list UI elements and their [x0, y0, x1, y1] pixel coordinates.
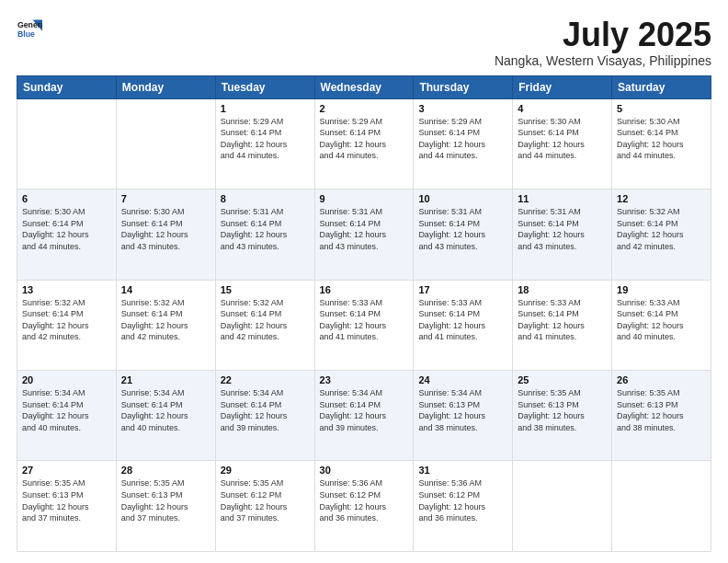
- day-number: 19: [617, 284, 706, 295]
- table-row: 17Sunrise: 5:33 AM Sunset: 6:14 PM Dayli…: [414, 280, 513, 370]
- day-info: Sunrise: 5:35 AM Sunset: 6:13 PM Dayligh…: [22, 477, 111, 523]
- day-number: 7: [121, 193, 210, 204]
- day-number: 23: [320, 374, 409, 385]
- title-block: July 2025 Nangka, Western Visayas, Phili…: [495, 17, 711, 68]
- col-friday: Friday: [513, 75, 612, 98]
- day-number: 29: [221, 465, 310, 476]
- day-number: 28: [121, 465, 210, 476]
- day-info: Sunrise: 5:29 AM Sunset: 6:14 PM Dayligh…: [320, 116, 409, 162]
- calendar-table: Sunday Monday Tuesday Wednesday Thursday…: [17, 75, 711, 552]
- table-row: 7Sunrise: 5:30 AM Sunset: 6:14 PM Daylig…: [116, 190, 215, 280]
- day-info: Sunrise: 5:32 AM Sunset: 6:14 PM Dayligh…: [221, 297, 310, 343]
- day-number: 31: [418, 465, 507, 476]
- logo: General Blue: [17, 17, 44, 42]
- table-row: 3Sunrise: 5:29 AM Sunset: 6:14 PM Daylig…: [414, 98, 513, 189]
- day-number: 10: [418, 193, 507, 204]
- day-number: 5: [617, 103, 706, 114]
- table-row: 21Sunrise: 5:34 AM Sunset: 6:14 PM Dayli…: [116, 371, 215, 461]
- page: General Blue July 2025 Nangka, Western V…: [0, 0, 728, 563]
- week-row-4: 20Sunrise: 5:34 AM Sunset: 6:14 PM Dayli…: [17, 371, 711, 461]
- table-row: 27Sunrise: 5:35 AM Sunset: 6:13 PM Dayli…: [17, 461, 117, 552]
- day-number: 24: [418, 374, 507, 385]
- table-row: 18Sunrise: 5:33 AM Sunset: 6:14 PM Dayli…: [513, 280, 612, 370]
- table-row: 20Sunrise: 5:34 AM Sunset: 6:14 PM Dayli…: [17, 371, 117, 461]
- day-number: 25: [518, 374, 607, 385]
- table-row: 5Sunrise: 5:30 AM Sunset: 6:14 PM Daylig…: [612, 98, 711, 189]
- day-info: Sunrise: 5:32 AM Sunset: 6:14 PM Dayligh…: [121, 297, 210, 343]
- table-row: 24Sunrise: 5:34 AM Sunset: 6:13 PM Dayli…: [414, 371, 513, 461]
- day-number: 18: [518, 284, 607, 295]
- day-info: Sunrise: 5:31 AM Sunset: 6:14 PM Dayligh…: [221, 206, 310, 252]
- table-row: 31Sunrise: 5:36 AM Sunset: 6:12 PM Dayli…: [414, 461, 513, 552]
- calendar-title: July 2025: [495, 17, 711, 53]
- day-info: Sunrise: 5:29 AM Sunset: 6:14 PM Dayligh…: [418, 116, 507, 162]
- col-thursday: Thursday: [414, 75, 513, 98]
- day-info: Sunrise: 5:30 AM Sunset: 6:14 PM Dayligh…: [22, 206, 111, 252]
- day-number: 6: [22, 193, 111, 204]
- day-number: 11: [518, 193, 607, 204]
- col-wednesday: Wednesday: [314, 75, 414, 98]
- week-row-2: 6Sunrise: 5:30 AM Sunset: 6:14 PM Daylig…: [17, 190, 711, 280]
- table-row: 6Sunrise: 5:30 AM Sunset: 6:14 PM Daylig…: [17, 190, 117, 280]
- day-number: 20: [22, 374, 111, 385]
- day-info: Sunrise: 5:31 AM Sunset: 6:14 PM Dayligh…: [518, 206, 607, 252]
- table-row: 11Sunrise: 5:31 AM Sunset: 6:14 PM Dayli…: [513, 190, 612, 280]
- day-number: 2: [320, 103, 409, 114]
- day-number: 8: [221, 193, 310, 204]
- day-number: 15: [221, 284, 310, 295]
- day-info: Sunrise: 5:34 AM Sunset: 6:13 PM Dayligh…: [418, 387, 507, 433]
- table-row: 4Sunrise: 5:30 AM Sunset: 6:14 PM Daylig…: [513, 98, 612, 189]
- day-info: Sunrise: 5:33 AM Sunset: 6:14 PM Dayligh…: [418, 297, 507, 343]
- day-info: Sunrise: 5:31 AM Sunset: 6:14 PM Dayligh…: [320, 206, 409, 252]
- table-row: 2Sunrise: 5:29 AM Sunset: 6:14 PM Daylig…: [314, 98, 414, 189]
- table-row: 9Sunrise: 5:31 AM Sunset: 6:14 PM Daylig…: [314, 190, 414, 280]
- day-info: Sunrise: 5:35 AM Sunset: 6:13 PM Dayligh…: [518, 387, 607, 433]
- table-row: 13Sunrise: 5:32 AM Sunset: 6:14 PM Dayli…: [17, 280, 117, 370]
- day-number: 27: [22, 465, 111, 476]
- table-row: 22Sunrise: 5:34 AM Sunset: 6:14 PM Dayli…: [215, 371, 314, 461]
- day-number: 13: [22, 284, 111, 295]
- table-row: 25Sunrise: 5:35 AM Sunset: 6:13 PM Dayli…: [513, 371, 612, 461]
- day-number: 26: [617, 374, 706, 385]
- table-row: 12Sunrise: 5:32 AM Sunset: 6:14 PM Dayli…: [612, 190, 711, 280]
- table-row: 29Sunrise: 5:35 AM Sunset: 6:12 PM Dayli…: [215, 461, 314, 552]
- calendar-header-row: Sunday Monday Tuesday Wednesday Thursday…: [17, 75, 711, 98]
- day-info: Sunrise: 5:34 AM Sunset: 6:14 PM Dayligh…: [121, 387, 210, 433]
- week-row-5: 27Sunrise: 5:35 AM Sunset: 6:13 PM Dayli…: [17, 461, 711, 552]
- day-info: Sunrise: 5:33 AM Sunset: 6:14 PM Dayligh…: [617, 297, 706, 343]
- col-saturday: Saturday: [612, 75, 711, 98]
- day-number: 4: [518, 103, 607, 114]
- day-info: Sunrise: 5:30 AM Sunset: 6:14 PM Dayligh…: [617, 116, 706, 162]
- day-info: Sunrise: 5:29 AM Sunset: 6:14 PM Dayligh…: [221, 116, 310, 162]
- week-row-1: 1Sunrise: 5:29 AM Sunset: 6:14 PM Daylig…: [17, 98, 711, 189]
- day-info: Sunrise: 5:36 AM Sunset: 6:12 PM Dayligh…: [320, 477, 409, 523]
- svg-text:General: General: [17, 20, 42, 29]
- table-row: 14Sunrise: 5:32 AM Sunset: 6:14 PM Dayli…: [116, 280, 215, 370]
- day-number: 21: [121, 374, 210, 385]
- table-row: 23Sunrise: 5:34 AM Sunset: 6:14 PM Dayli…: [314, 371, 414, 461]
- col-tuesday: Tuesday: [215, 75, 314, 98]
- table-row: [513, 461, 612, 552]
- day-number: 3: [418, 103, 507, 114]
- svg-text:Blue: Blue: [17, 29, 35, 39]
- week-row-3: 13Sunrise: 5:32 AM Sunset: 6:14 PM Dayli…: [17, 280, 711, 370]
- day-info: Sunrise: 5:33 AM Sunset: 6:14 PM Dayligh…: [518, 297, 607, 343]
- day-info: Sunrise: 5:33 AM Sunset: 6:14 PM Dayligh…: [320, 297, 409, 343]
- table-row: 15Sunrise: 5:32 AM Sunset: 6:14 PM Dayli…: [215, 280, 314, 370]
- day-number: 12: [617, 193, 706, 204]
- day-info: Sunrise: 5:34 AM Sunset: 6:14 PM Dayligh…: [221, 387, 310, 433]
- day-info: Sunrise: 5:35 AM Sunset: 6:13 PM Dayligh…: [617, 387, 706, 433]
- day-number: 9: [320, 193, 409, 204]
- day-number: 22: [221, 374, 310, 385]
- header: General Blue July 2025 Nangka, Western V…: [17, 17, 711, 68]
- table-row: 16Sunrise: 5:33 AM Sunset: 6:14 PM Dayli…: [314, 280, 414, 370]
- table-row: 26Sunrise: 5:35 AM Sunset: 6:13 PM Dayli…: [612, 371, 711, 461]
- day-info: Sunrise: 5:31 AM Sunset: 6:14 PM Dayligh…: [418, 206, 507, 252]
- table-row: 1Sunrise: 5:29 AM Sunset: 6:14 PM Daylig…: [215, 98, 314, 189]
- table-row: 8Sunrise: 5:31 AM Sunset: 6:14 PM Daylig…: [215, 190, 314, 280]
- day-info: Sunrise: 5:32 AM Sunset: 6:14 PM Dayligh…: [617, 206, 706, 252]
- logo-icon: General Blue: [17, 17, 42, 42]
- day-info: Sunrise: 5:32 AM Sunset: 6:14 PM Dayligh…: [22, 297, 111, 343]
- table-row: [612, 461, 711, 552]
- col-monday: Monday: [116, 75, 215, 98]
